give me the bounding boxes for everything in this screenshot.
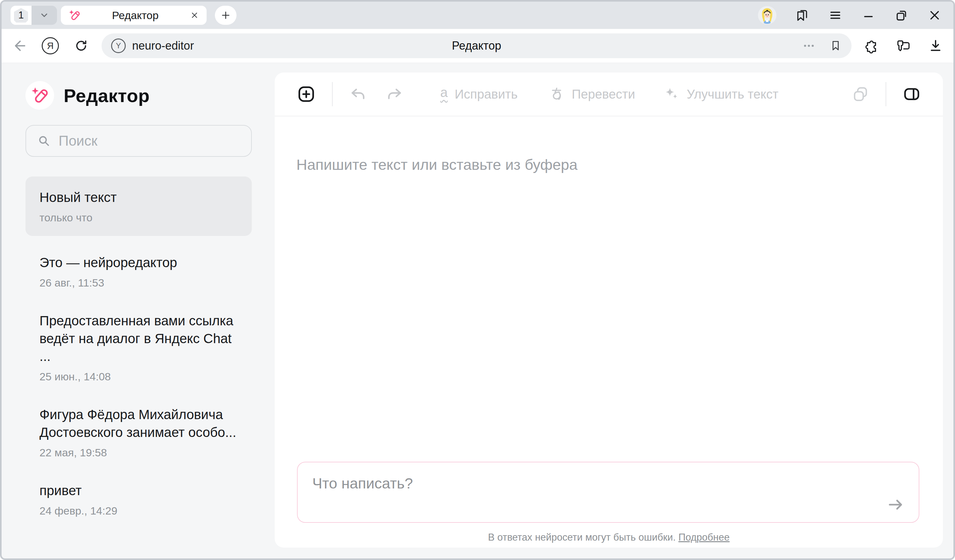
document-item[interactable]: привет 24 февр., 14:29	[25, 473, 252, 526]
tab-bar-controls	[758, 6, 944, 25]
chevron-down-icon	[39, 10, 50, 21]
tab-title: Редактор	[81, 9, 190, 22]
toolbar-divider	[332, 82, 333, 106]
document-time: 22 мая, 19:58	[39, 446, 238, 459]
url-actions	[802, 39, 842, 53]
tab-count-button[interactable]: 1	[11, 6, 31, 25]
passwords-icon[interactable]	[896, 38, 911, 53]
app-title: Редактор	[64, 85, 150, 106]
tab-close-icon[interactable]	[190, 11, 199, 20]
document-time: 26 авг., 11:53	[39, 277, 238, 289]
fix-text-button[interactable]: а Исправить	[440, 86, 518, 102]
yandex-glyph: Я	[47, 41, 54, 51]
document-time: только что	[39, 212, 238, 224]
page-title: Редактор	[452, 39, 501, 53]
editor-toolbar: а Исправить Перевести	[275, 72, 943, 116]
fix-text-icon: а	[440, 86, 448, 102]
tab-list-dropdown-button[interactable]	[31, 6, 57, 25]
document-list: Новый текст только что Это — нейроредакт…	[25, 176, 252, 526]
document-item[interactable]: Это — нейроредактор 26 авг., 11:53	[25, 245, 252, 298]
translate-label: Перевести	[572, 87, 635, 101]
send-button[interactable]	[884, 494, 908, 515]
site-glyph: Y	[116, 41, 121, 50]
document-title: Новый текст	[39, 189, 238, 206]
new-tab-button[interactable]	[215, 6, 236, 25]
bookmarks-panel-icon[interactable]	[795, 8, 809, 23]
yandex-button[interactable]: Я	[42, 37, 59, 55]
improve-text-label: Улучшить текст	[687, 87, 778, 101]
search-box[interactable]	[25, 125, 252, 157]
navigation-buttons: Я	[12, 37, 89, 55]
tab-count-value: 1	[18, 9, 23, 21]
fix-text-label: Исправить	[455, 87, 518, 101]
document-title: Фигура Фёдора Михайловича Достоевского з…	[39, 406, 238, 441]
plus-icon	[221, 10, 231, 20]
prompt-box	[297, 462, 919, 523]
refresh-icon[interactable]	[74, 38, 89, 53]
disclaimer-text: В ответах нейросети могут быть ошибки.	[488, 532, 675, 543]
tab-count-badge-icon: 1	[14, 8, 28, 23]
url-text: neuro-editor	[132, 39, 194, 53]
magic-pencil-favicon	[69, 9, 81, 21]
side-panel-toggle-icon[interactable]	[903, 85, 921, 103]
tab-bar: 1 Редактор	[2, 2, 953, 29]
menu-icon[interactable]	[828, 8, 842, 23]
back-icon[interactable]	[12, 38, 27, 53]
search-icon	[37, 134, 51, 148]
document-time: 24 февр., 14:29	[39, 505, 238, 517]
document-item[interactable]: Фигура Фёдора Михайловича Достоевского з…	[25, 397, 252, 468]
document-title: привет	[39, 482, 238, 499]
new-document-icon[interactable]	[297, 85, 315, 103]
document-title: Это — нейроредактор	[39, 254, 238, 271]
browser-action-buttons	[863, 38, 943, 53]
arrow-right-icon	[886, 495, 905, 514]
magic-pencil-logo-icon	[25, 81, 54, 110]
more-actions-icon[interactable]	[802, 39, 816, 53]
editor-canvas-placeholder[interactable]: Напишите текст или вставьте из буфера	[296, 156, 943, 173]
translate-button[interactable]: Перевести	[550, 86, 635, 102]
url-input[interactable]: Y neuro-editor Редактор	[102, 33, 852, 58]
address-bar: Я Y neuro-editor Редактор	[2, 29, 953, 63]
editor-panel: а Исправить Перевести	[275, 72, 943, 548]
toolbar-divider	[886, 82, 886, 106]
document-time: 25 июн., 14:08	[39, 370, 238, 383]
close-window-icon[interactable]	[927, 8, 942, 23]
minimize-icon[interactable]	[861, 8, 876, 23]
disclaimer: В ответах нейросети могут быть ошибки. П…	[275, 532, 943, 543]
translate-icon	[550, 86, 565, 102]
site-icon: Y	[111, 39, 126, 53]
tab-group-pill: 1	[11, 6, 57, 25]
sidebar: Редактор Новый текст только что Это — не…	[2, 63, 275, 558]
document-title: Предоставленная вами ссылка ведёт на диа…	[39, 312, 238, 365]
page-content: Редактор Новый текст только что Это — не…	[2, 63, 953, 558]
extensions-icon[interactable]	[863, 38, 878, 53]
document-item-selected[interactable]: Новый текст только что	[25, 176, 252, 236]
redo-icon[interactable]	[386, 86, 403, 103]
active-tab[interactable]: Редактор	[61, 6, 207, 25]
prompt-input[interactable]	[297, 462, 919, 522]
avatar[interactable]	[758, 6, 777, 25]
app-logo-row: Редактор	[25, 81, 252, 110]
browser-window: 1 Редактор	[0, 0, 955, 560]
improve-text-button[interactable]: Улучшить текст	[664, 86, 778, 102]
search-input[interactable]	[59, 133, 240, 149]
disclaimer-link[interactable]: Подробнее	[678, 532, 730, 543]
copy-icon[interactable]	[852, 86, 869, 103]
sparkles-icon	[664, 86, 679, 102]
restore-window-icon[interactable]	[894, 8, 909, 23]
undo-icon[interactable]	[349, 86, 366, 103]
bookmark-icon[interactable]	[829, 39, 842, 52]
downloads-icon[interactable]	[928, 38, 943, 53]
document-item[interactable]: Предоставленная вами ссылка ведёт на диа…	[25, 303, 252, 392]
